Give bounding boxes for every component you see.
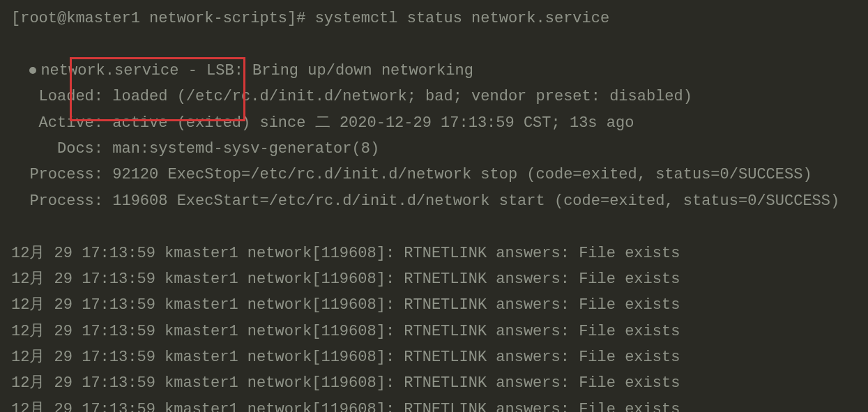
log-line: 12月 29 17:13:59 kmaster1 network[119608]… — [11, 292, 857, 318]
active-line: Active: active (exited) since 二 2020-12-… — [11, 110, 857, 136]
log-line: 12月 29 17:13:59 kmaster1 network[119608]… — [11, 266, 857, 292]
process-start-line: Process: 119608 ExecStart=/etc/rc.d/init… — [11, 188, 857, 214]
process-stop-line: Process: 92120 ExecStop=/etc/rc.d/init.d… — [11, 162, 857, 188]
log-line: 12月 29 17:13:59 kmaster1 network[119608]… — [11, 370, 857, 396]
loaded-line: Loaded: loaded (/etc/rc.d/init.d/network… — [11, 84, 857, 109]
log-container: 12月 29 17:13:59 kmaster1 network[119608]… — [11, 241, 857, 412]
log-line: 12月 29 17:13:59 kmaster1 network[119608]… — [11, 241, 857, 266]
status-bullet-icon — [29, 67, 36, 74]
log-line: 12月 29 17:13:59 kmaster1 network[119608]… — [11, 344, 857, 370]
log-line: 12月 29 17:13:59 kmaster1 network[119608]… — [11, 319, 857, 344]
service-header-line: network.service - LSB: Bring up/down net… — [11, 31, 857, 84]
blank-line — [11, 214, 857, 240]
log-line: 12月 29 17:13:59 kmaster1 network[119608]… — [11, 397, 857, 412]
command-prompt: [root@kmaster1 network-scripts]# systemc… — [11, 6, 857, 31]
docs-line: Docs: man:systemd-sysv-generator(8) — [11, 136, 857, 162]
service-header: network.service - LSB: Bring up/down net… — [40, 62, 473, 79]
